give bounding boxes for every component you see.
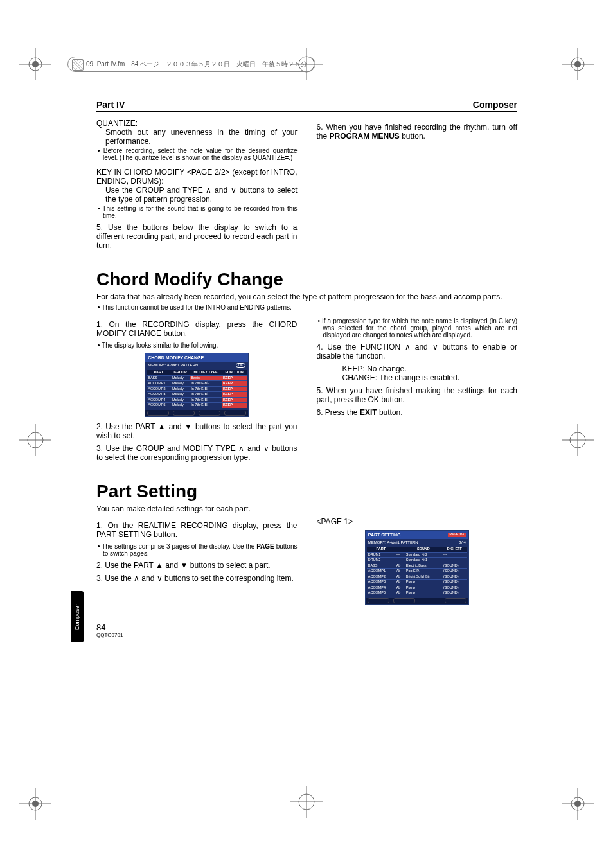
lcd2-cell: Pop E.P. (405, 569, 442, 574)
lcd2-page: PAGE 1/3 (448, 533, 466, 537)
lcd2-cell: DRUM2 (367, 558, 395, 563)
lcd2-cell: ACCOMP2 (367, 574, 395, 580)
lcd2-cell: — (395, 558, 405, 563)
section1-step5: 5. Use the buttons below the display to … (96, 223, 298, 250)
lcd1-cell: KEEP (222, 381, 247, 387)
register-mark-icon (290, 786, 323, 820)
lcd1-col2: MODIFY TYPE (190, 370, 222, 375)
lcd2-cell: (SOUND) (442, 569, 467, 574)
section3-step1: 1. On the REALTIME RECORDING display, pr… (96, 521, 298, 539)
lcd2-cell: Ab (395, 574, 405, 580)
lcd1-cell: ACCOMP5 (147, 403, 171, 408)
lcd2-mem: MEMORY: A-Vari1 PATTERN (368, 540, 418, 544)
lcd2-cell: (SOUND) (442, 563, 467, 569)
section2-lead: For data that has already been recorded,… (96, 292, 517, 301)
section3-step3: 3. Use the ∧ and ∨ buttons to set the co… (96, 574, 298, 583)
s2-step4-text: Use the FUNCTION ∧ and ∨ buttons to enab… (317, 342, 518, 360)
s3-step2-text: Use the PART ▲ and ▼ buttons to select a… (105, 561, 270, 570)
crop-mark-icon (19, 48, 51, 80)
crop-mark-icon (19, 788, 51, 820)
lcd2-cell: ACCOMP3 (367, 580, 395, 585)
s2-step3-text: Use the GROUP and MODIFY TYPE ∧ and ∨ bu… (96, 444, 298, 462)
lcd1-mem: MEMORY: A-Vari1 PATTERN (148, 363, 198, 368)
lcd1-cell: BASS (147, 375, 171, 381)
source-file-meta: 09_Part IV.fm 84 ページ ２００３年５月２０日 火曜日 午後５時… (67, 57, 315, 72)
section2-step3: 3. Use the GROUP and MODIFY TYPE ∧ and ∨… (96, 444, 298, 462)
lcd2-cell: — (395, 552, 405, 558)
section2-step2: 2. Use the PART ▲ and ▼ buttons to selec… (96, 422, 298, 440)
keyin-note: This setting is for the sound that is go… (103, 205, 298, 219)
lcd1-col1: GROUP (171, 370, 190, 375)
s3-step1-text: On the REALTIME RECORDING display, press… (96, 521, 298, 539)
s2-step6-pre: Press the (325, 408, 360, 417)
section2-step4: 4. Use the FUNCTION ∧ and ∨ buttons to e… (317, 342, 518, 360)
section2-step5: 5. When you have finished making the set… (317, 386, 518, 404)
lcd1-title: CHORD MODIFY CHANGE (148, 355, 204, 360)
lcd2-col1 (395, 547, 405, 552)
lcd1-cell: KEEP (222, 375, 247, 381)
lcd1-cell: Melody (171, 392, 190, 398)
lcd2-cell: DRUM1 (367, 552, 395, 558)
s2-step6-bold: EXIT (360, 408, 377, 417)
running-head-left: Part IV (96, 100, 125, 110)
lcd2-cell: BASS (367, 563, 395, 569)
s2-step1-text: On the RECORDING display, press the CHOR… (96, 320, 298, 338)
lcd2-cell: (SOUND) (442, 580, 467, 585)
page-1-label: <PAGE 1> (317, 517, 518, 526)
section2-step1: 1. On the RECORDING display, press the C… (96, 320, 298, 338)
s2-step2-text: Use the PART ▲ and ▼ buttons to select t… (96, 422, 298, 440)
lcd2-cell: Standard Kit2 (405, 552, 442, 558)
lcd2-cell: Electric Bass (405, 563, 442, 569)
lcd2-cell: Ab (395, 590, 405, 596)
lcd1-cell: In 7th G-B♭ (190, 403, 222, 408)
lcd2-cell: Ab (395, 563, 405, 569)
s3-note-bold: PAGE (256, 543, 274, 550)
lcd2-cell: (SOUND) (442, 590, 467, 596)
lcd1-cell: Basic (190, 375, 222, 381)
lcd2-cell: Piano (405, 580, 442, 585)
quantize-label: QUANTIZE: (96, 119, 298, 128)
lcd1-cell: Melody (171, 403, 190, 408)
s2-keep: KEEP: No change. (342, 364, 518, 373)
section2-step6: 6. Press the EXIT button. (317, 408, 518, 417)
doc-code: QQTG0701 (96, 632, 517, 638)
lcd2-cell: Ab (395, 585, 405, 590)
lcd2-cell: ACCOMP4 (367, 585, 395, 590)
lcd-chord-modify: CHORD MODIFY CHANGE MEMORY: A-Vari1 PATT… (145, 353, 249, 417)
side-tab-label: Composer (71, 591, 84, 642)
lcd2-cell: Ab (395, 580, 405, 585)
section3-step2: 2. Use the PART ▲ and ▼ buttons to selec… (96, 561, 298, 570)
section1-step5-text: Use the buttons below the display to swi… (96, 223, 298, 250)
s2-change: CHANGE: The change is enabled. (342, 373, 518, 382)
s1-step6-bold: PROGRAM MENUS (330, 132, 400, 141)
register-mark-icon (19, 424, 51, 458)
page-number: 84 (96, 623, 517, 632)
section2-title: Chord Modify Change (96, 270, 517, 288)
lcd1-col3: FUNCTION (222, 370, 247, 375)
section3-lead: You can make detailed settings for each … (96, 504, 517, 513)
keyin-head: KEY IN CHORD MODIFY <PAGE 2/2> (except f… (96, 168, 298, 186)
register-mark-icon (562, 424, 594, 458)
lcd1-cell: ACCOMP2 (147, 386, 171, 392)
crop-mark-icon (562, 48, 594, 80)
s3-step3-text: Use the ∧ and ∨ buttons to set the corre… (105, 574, 294, 583)
lcd2-cell: --- (442, 558, 467, 563)
lcd1-cell: In 7th G-B♭ (190, 392, 222, 398)
s1-step6-post: button. (400, 132, 425, 141)
lcd2-cell: (SOUND) (442, 585, 467, 590)
lcd1-cell: Melody (171, 386, 190, 392)
s2-step5-text: When you have finished making the settin… (317, 386, 518, 404)
section1-step6: 6. When you have finished recording the … (317, 123, 518, 141)
lcd1-cell: ACCOMP1 (147, 381, 171, 387)
section2-step3-note: If a progression type for which the note… (323, 317, 518, 339)
lcd2-cell: --- (442, 552, 467, 558)
running-head-right: Composer (473, 100, 517, 110)
lcd-part-setting: PART SETTINGPAGE 1/3 MEMORY: A-Vari1 PAT… (365, 530, 469, 605)
lcd1-cell: ACCOMP4 (147, 397, 171, 403)
lcd2-cell: Piano (405, 590, 442, 596)
lcd1-cell: ACCOMP3 (147, 392, 171, 398)
s3-note-a: The settings comprise 3 pages of the dis… (102, 543, 256, 550)
lcd2-title: PART SETTING (368, 533, 401, 537)
section2-lead-note: This function cannot be used for the INT… (103, 304, 517, 311)
lcd1-ok: OK (236, 363, 245, 368)
